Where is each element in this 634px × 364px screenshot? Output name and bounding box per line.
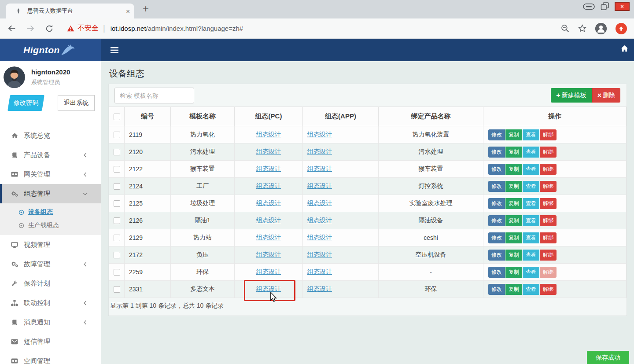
bookmark-star-icon[interactable] [578,24,586,33]
row-checkbox[interactable] [114,183,120,190]
app-design-link[interactable]: 组态设计 [307,148,332,155]
app-design-link[interactable]: 组态设计 [307,199,332,206]
action-copy-button[interactable]: 复制 [505,232,522,243]
action-view-button[interactable]: 查看 [523,267,539,278]
browser-profile-icon[interactable] [595,23,607,34]
app-design-link[interactable]: 组态设计 [307,234,332,241]
app-design-link[interactable]: 组态设计 [307,268,332,275]
action-edit-button[interactable]: 修改 [488,250,505,261]
sidebar-item-短信管理[interactable]: 短信管理 [0,332,101,351]
home-icon[interactable] [621,45,628,52]
action-view-button[interactable]: 查看 [523,181,539,192]
sidebar-item-消息通知[interactable]: 消息通知 [0,313,101,332]
select-all-checkbox[interactable] [114,114,120,120]
action-edit-button[interactable]: 修改 [488,164,505,175]
tab-close-icon[interactable]: × [126,7,130,15]
sidebar-item-网关管理[interactable]: 网关管理 [0,165,101,184]
action-view-button[interactable]: 查看 [523,215,539,226]
action-copy-button[interactable]: 复制 [505,198,522,209]
app-design-link[interactable]: 组态设计 [307,182,332,189]
sidebar-item-联动控制[interactable]: 联动控制 [0,293,101,313]
action-edit-button[interactable]: 修改 [488,232,505,243]
logout-button[interactable]: 退出系统 [58,95,95,111]
zoom-out-icon[interactable] [561,24,569,33]
address-bar[interactable]: 不安全 | iot.idosp.net/admin/index.html?lan… [67,24,556,33]
action-copy-button[interactable]: 复制 [505,284,522,295]
app-design-link[interactable]: 组态设计 [307,217,332,224]
action-copy-button[interactable]: 复制 [505,147,522,158]
forward-icon[interactable] [26,24,35,33]
pc-design-link[interactable]: 组态设计 [256,285,281,292]
action-copy-button[interactable]: 复制 [505,215,522,226]
action-edit-button[interactable]: 修改 [488,215,505,226]
pc-design-link[interactable]: 组态设计 [256,182,281,189]
action-unbind-button[interactable]: 解绑 [540,284,557,295]
sidebar-item-视频管理[interactable]: 视频管理 [0,235,101,254]
action-view-button[interactable]: 查看 [523,147,539,158]
search-input[interactable] [114,88,194,103]
sidebar-toggle-icon[interactable] [111,47,118,53]
action-edit-button[interactable]: 修改 [488,284,505,295]
action-copy-button[interactable]: 复制 [505,267,522,278]
new-template-button[interactable]: +新建模板 [551,88,591,103]
action-unbind-button[interactable]: 解绑 [540,181,557,192]
action-edit-button[interactable]: 修改 [488,267,505,278]
change-password-button[interactable]: 修改密码 [7,95,44,111]
action-view-button[interactable]: 查看 [523,250,539,261]
row-checkbox[interactable] [114,166,120,173]
pc-design-link[interactable]: 组态设计 [256,165,281,172]
back-icon[interactable] [7,24,16,33]
sidebar-item-组态管理[interactable]: 组态管理 [0,184,101,203]
app-design-link[interactable]: 组态设计 [307,165,332,172]
row-checkbox[interactable] [114,149,120,155]
sidebar-item-产品设备[interactable]: 产品设备 [0,145,101,165]
row-checkbox[interactable] [114,200,120,207]
row-checkbox[interactable] [114,286,120,293]
browser-tab[interactable]: 思普云大数据平台 × [6,4,134,18]
action-unbind-button[interactable]: 解绑 [540,267,557,278]
action-unbind-button[interactable]: 解绑 [540,232,557,243]
pc-design-link[interactable]: 组态设计 [256,268,281,275]
minimize-icon[interactable] [583,3,595,10]
restore-icon[interactable] [600,2,609,11]
reload-icon[interactable] [45,24,54,33]
sidebar-item-空间管理[interactable]: 空间管理 [0,351,101,364]
sidebar-subitem-设备组态[interactable]: 设备组态 [0,206,101,219]
delete-button[interactable]: ×删除 [592,88,620,103]
pc-design-link[interactable]: 组态设计 [256,131,281,138]
new-tab-button[interactable]: + [143,3,149,15]
app-design-link[interactable]: 组态设计 [307,131,332,138]
user-avatar[interactable] [4,66,25,88]
pc-design-link[interactable]: 组态设计 [256,251,281,258]
action-copy-button[interactable]: 复制 [505,250,522,261]
sidebar-item-保养计划[interactable]: 保养计划 [0,274,101,293]
action-view-button[interactable]: 查看 [523,164,539,175]
row-checkbox[interactable] [114,269,120,276]
action-unbind-button[interactable]: 解绑 [540,147,557,158]
action-view-button[interactable]: 查看 [523,198,539,209]
row-checkbox[interactable] [114,235,120,241]
action-unbind-button[interactable]: 解绑 [540,129,557,140]
sidebar-item-故障管理[interactable]: 故障管理 [0,254,101,274]
pc-design-link[interactable]: 组态设计 [256,148,281,155]
sidebar-subitem-生产线组态[interactable]: 生产线组态 [0,219,101,232]
action-edit-button[interactable]: 修改 [488,147,505,158]
action-edit-button[interactable]: 修改 [488,129,505,140]
action-view-button[interactable]: 查看 [523,129,539,140]
row-checkbox[interactable] [114,132,120,138]
action-unbind-button[interactable]: 解绑 [540,198,557,209]
action-copy-button[interactable]: 复制 [505,129,522,140]
sidebar-item-系统总览[interactable]: 系统总览 [0,126,101,145]
pc-design-link[interactable]: 组态设计 [256,199,281,206]
row-checkbox[interactable] [114,252,120,258]
pc-design-link[interactable]: 组态设计 [256,217,281,224]
app-design-link[interactable]: 组态设计 [307,285,332,292]
action-copy-button[interactable]: 复制 [505,181,522,192]
close-window-icon[interactable]: × [615,2,630,11]
extension-boost-icon[interactable] [616,23,627,34]
app-design-link[interactable]: 组态设计 [307,251,332,258]
action-unbind-button[interactable]: 解绑 [540,164,557,175]
action-unbind-button[interactable]: 解绑 [540,215,557,226]
row-checkbox[interactable] [114,217,120,224]
action-copy-button[interactable]: 复制 [505,164,522,175]
